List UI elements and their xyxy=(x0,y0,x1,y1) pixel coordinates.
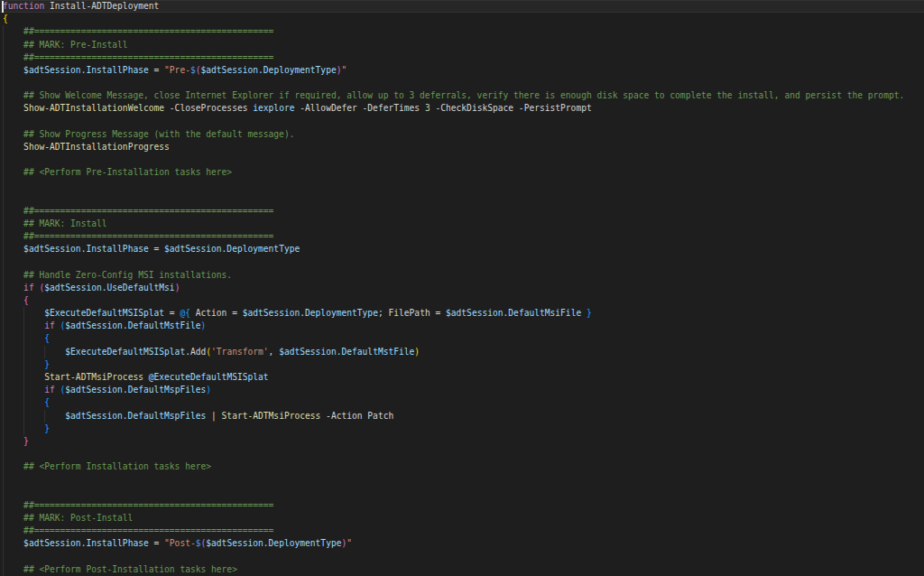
code-token: , xyxy=(269,347,280,357)
code-line[interactable]: { xyxy=(0,332,924,345)
code-token: if xyxy=(23,283,34,293)
code-token: { xyxy=(44,397,50,407)
code-line[interactable] xyxy=(0,192,924,205)
code-token: $adtSession.DeploymentType xyxy=(201,65,337,75)
code-token: if xyxy=(44,385,55,395)
code-token: @ExecuteDefaultMSISplat xyxy=(149,372,269,382)
code-line[interactable] xyxy=(0,77,924,89)
code-line[interactable]: ##======================================… xyxy=(0,230,924,243)
code-token: $adtSession.InstallPhase xyxy=(23,65,149,75)
code-token: ## Show Progress Message (with the defau… xyxy=(3,129,294,139)
code-line[interactable]: if ($adtSession.UseDefaultMsi) xyxy=(0,282,924,294)
code-line[interactable]: ## <Perform Pre-Installation tasks here> xyxy=(0,166,924,179)
code-line[interactable]: $adtSession.InstallPhase = "Pre-$($adtSe… xyxy=(0,64,924,77)
code-token: ## MARK: Install xyxy=(3,218,107,228)
code-token: = xyxy=(149,538,164,548)
code-token: { xyxy=(44,333,50,343)
code-line[interactable] xyxy=(0,473,924,486)
code-line[interactable]: ## <Perform Installation tasks here> xyxy=(0,460,924,473)
code-token: -AllowDefer -DeferTimes xyxy=(294,103,424,113)
code-token: Start-ADTMsiProcess xyxy=(222,411,321,421)
code-token: ##======================================… xyxy=(3,231,273,241)
code-line[interactable] xyxy=(0,448,924,460)
code-token xyxy=(3,308,44,318)
code-line[interactable]: { xyxy=(0,294,924,307)
code-line[interactable]: $adtSession.DefaultMspFiles | Start-ADTM… xyxy=(0,410,924,423)
code-line[interactable]: $ExecuteDefaultMSISplat = @{ Action = $a… xyxy=(0,307,924,320)
code-token: $adtSession.DefaultMspFiles xyxy=(65,385,206,395)
code-line[interactable]: Show-ADTInstallationProgress xyxy=(0,141,924,153)
code-line[interactable]: { xyxy=(0,13,924,25)
code-token: "Post- xyxy=(164,538,196,548)
code-token: iexplore xyxy=(253,103,294,113)
code-line[interactable]: $adtSession.InstallPhase = "Post-$($adtS… xyxy=(0,537,924,550)
code-line[interactable]: Start-ADTMsiProcess @ExecuteDefaultMSISp… xyxy=(0,371,924,384)
code-token: Show-ADTInstallationProgress xyxy=(23,142,170,152)
code-token: = xyxy=(149,65,164,75)
code-line[interactable]: $ExecuteDefaultMSISplat.Add('Transform',… xyxy=(0,346,924,358)
code-line[interactable]: ## MARK: Pre-Install xyxy=(0,39,924,51)
code-token xyxy=(3,65,23,75)
code-token: ##======================================… xyxy=(3,500,273,510)
code-line[interactable]: ##======================================… xyxy=(0,51,924,64)
code-line[interactable]: ## Show Welcome Message, close Internet … xyxy=(0,89,924,102)
code-token xyxy=(3,103,23,113)
code-token: ## Handle Zero-Config MSI installations. xyxy=(3,270,232,280)
code-token: = xyxy=(149,244,164,254)
code-line[interactable] xyxy=(0,116,924,128)
code-line[interactable]: if ($adtSession.DefaultMstFile) xyxy=(0,320,924,332)
code-line[interactable]: ## MARK: Install xyxy=(0,218,924,230)
code-line[interactable]: ##======================================… xyxy=(0,205,924,218)
code-line[interactable] xyxy=(0,179,924,191)
code-line[interactable] xyxy=(0,153,924,166)
code-line[interactable] xyxy=(0,255,924,268)
code-line[interactable]: { xyxy=(0,396,924,409)
code-token: ##======================================… xyxy=(3,206,273,216)
code-token: function xyxy=(3,1,44,11)
code-token: ) xyxy=(175,283,180,293)
code-token: $adtSession.InstallPhase xyxy=(23,538,149,548)
code-line[interactable] xyxy=(0,550,924,562)
code-line[interactable]: ##======================================… xyxy=(0,499,924,512)
code-token: = xyxy=(164,308,180,318)
code-line[interactable]: ## MARK: Post-Install xyxy=(0,512,924,525)
code-token: $adtSession.DeploymentType xyxy=(164,244,300,254)
code-line[interactable]: function Install-ADTDeployment xyxy=(0,0,924,13)
code-token: ) xyxy=(414,347,420,357)
code-token: ## <Perform Pre-Installation tasks here> xyxy=(3,167,232,177)
code-token: @{ xyxy=(180,308,190,318)
code-line[interactable]: if ($adtSession.DefaultMspFiles) xyxy=(0,384,924,396)
code-token xyxy=(3,538,23,548)
code-token: } xyxy=(44,359,50,369)
code-line[interactable]: ##======================================… xyxy=(0,25,924,38)
code-line[interactable]: } xyxy=(0,423,924,435)
code-token: -CloseProcesses xyxy=(164,103,253,113)
code-token: if xyxy=(44,321,55,330)
code-token: $adtSession.DefaultMsiFile xyxy=(446,308,581,318)
code-token: ## MARK: Pre-Install xyxy=(3,40,128,50)
code-token: ##======================================… xyxy=(3,26,273,36)
code-line[interactable]: $adtSession.InstallPhase = $adtSession.D… xyxy=(0,243,924,255)
code-line[interactable]: } xyxy=(0,435,924,448)
code-token: ## <Perform Installation tasks here> xyxy=(3,461,211,471)
code-token: $adtSession.InstallPhase xyxy=(23,244,149,254)
code-token: "Pre- xyxy=(164,65,190,75)
code-line[interactable]: } xyxy=(0,358,924,371)
code-token: Start-ADTMsiProcess xyxy=(44,372,143,382)
code-token: $ExecuteDefaultMSISplat xyxy=(65,347,185,357)
code-token: -CheckDiskSpace -PersistPrompt xyxy=(430,103,592,113)
code-token: $ExecuteDefaultMSISplat xyxy=(44,308,164,318)
code-line[interactable]: ##======================================… xyxy=(0,525,924,537)
code-token: ##======================================… xyxy=(3,525,273,535)
code-line[interactable]: ## Handle Zero-Config MSI installations. xyxy=(0,269,924,282)
code-line[interactable]: ## <Perform Post-Installation tasks here… xyxy=(0,563,924,576)
code-token xyxy=(3,385,44,395)
code-line[interactable]: ## Show Progress Message (with the defau… xyxy=(0,128,924,141)
code-token xyxy=(3,436,23,446)
code-token: ; FilePath = xyxy=(378,308,446,318)
code-editor[interactable]: function Install-ADTDeployment{ ##======… xyxy=(0,0,924,576)
code-token: ) xyxy=(201,321,207,330)
code-token: ## <Perform Post-Installation tasks here… xyxy=(3,564,237,574)
code-line[interactable]: Show-ADTInstallationWelcome -CloseProces… xyxy=(0,102,924,115)
code-line[interactable] xyxy=(0,487,924,499)
